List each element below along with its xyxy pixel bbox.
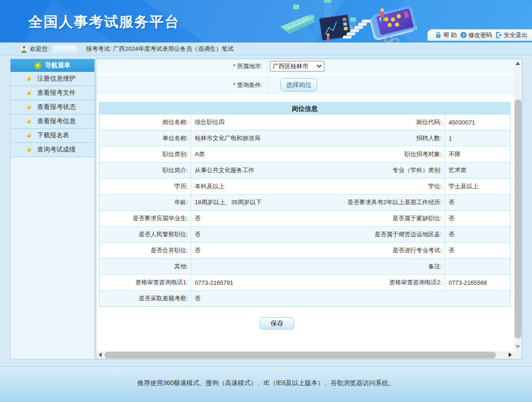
logout-button[interactable]: 安全退出 (495, 31, 527, 39)
scrollbar-corner (514, 351, 522, 359)
bullet-icon (27, 134, 31, 137)
field-value: 学士及以上 (444, 179, 510, 194)
query-field: 选择岗位 (268, 75, 514, 95)
city-select-value: 广西区桂林市 (273, 62, 308, 71)
table-row: 是否要求应届毕业生:否是否属于紧缺职位:否 (99, 211, 510, 227)
field-label: 资格审查咨询电话2: (297, 275, 444, 290)
field-label: 学位: (297, 179, 444, 194)
change-password-button[interactable]: ? 修改密码 (460, 31, 492, 39)
save-button[interactable]: 保存 (260, 317, 294, 330)
field-label: 单位名称: (99, 130, 191, 146)
sidebar-item-label: 查看报考文件 (37, 89, 76, 97)
sidebar-item-label: 查看报考信息 (37, 117, 76, 125)
table-row: 资格审查咨询电话1:0773-2165791资格审查咨询电话2:0773-216… (99, 275, 510, 291)
utility-bar: 帮 助 ? 修改密码 安全退出 (428, 29, 532, 41)
select-chevron-icon (317, 65, 322, 68)
field-value: 18周岁以上、35周岁以下 (191, 195, 297, 210)
city-select[interactable]: 广西区桂林市 (270, 61, 324, 71)
select-post-button[interactable]: 选择岗位 (280, 78, 317, 92)
city-form-row: * 所属地市: 广西区桂林市 (96, 59, 514, 73)
field-value (444, 259, 510, 274)
sidebar-item-1[interactable]: 注册信息维护 (11, 72, 94, 86)
field-label: 岗位代码: (297, 114, 444, 130)
site-title: 全国人事考试服务平台 (28, 12, 180, 32)
nav-menu-header[interactable]: ▼ 导航菜单 (11, 59, 94, 72)
bullet-icon (27, 105, 31, 109)
scroll-up-arrow-icon[interactable] (516, 62, 520, 65)
table-row: 职位类别:A类职位招考对象:不限 (99, 147, 510, 163)
field-label: 学历: (99, 179, 191, 194)
city-field: 广西区桂林市 (268, 59, 514, 73)
main-content: * 所属地市: 广西区桂林市 * 查询条件: 选择岗位 岗位信息 岗位名称:综合… (96, 59, 514, 351)
field-label: 是否要求应届毕业生: (99, 211, 191, 226)
table-row: 职位简介:从事公共文化服务工作专业（学科）类别:艺术类 (99, 163, 510, 179)
user-avatar-icon (20, 45, 28, 53)
vertical-scrollbar[interactable] (514, 59, 522, 351)
horizontal-scrollbar[interactable] (96, 351, 514, 359)
field-value: 0773-2165566 (444, 275, 510, 290)
vertical-scrollbar-thumb[interactable] (515, 99, 521, 338)
field-label: 岗位名称: (99, 114, 191, 130)
welcome-bar: 欢迎您: 报考考试: 广西2024年度考试录用公务员（选调生）笔试 (0, 43, 532, 55)
field-value: 0773-2165791 (191, 275, 297, 290)
sidebar-item-label: 查询考试成绩 (37, 146, 76, 154)
sidebar-menu: 注册信息维护查看报考文件查看报考状态查看报考信息下载报名表查询考试成绩 (11, 72, 94, 157)
field-value: 否 (444, 195, 510, 210)
scroll-left-arrow-icon[interactable] (99, 353, 102, 357)
sidebar-item-4[interactable]: 查看报考信息 (11, 114, 94, 129)
field-label: 是否采取差额考察: (99, 291, 191, 306)
help-label: 帮 助 (443, 31, 457, 39)
scroll-right-arrow-icon[interactable] (509, 353, 512, 357)
nav-menu-title: 导航菜单 (45, 61, 71, 70)
table-row: 岗位名称:综合职位四岗位代码:45030071 (99, 114, 510, 130)
field-value: 综合职位四 (191, 114, 297, 130)
field-label: 是否合并职位: (99, 243, 191, 258)
sidebar-item-label: 查看报考状态 (37, 103, 76, 111)
main-panel: * 所属地市: 广西区桂林市 * 查询条件: 选择岗位 岗位信息 岗位名称:综合… (96, 59, 522, 359)
table-row: 单位名称:桂林市文化广电和旅游局招聘人数:1 (99, 130, 510, 147)
welcome-label: 欢迎您: (30, 45, 49, 53)
city-label: * 所属地市: (96, 59, 268, 73)
lock-icon (435, 32, 442, 38)
bullet-icon (27, 77, 31, 81)
bullet-icon (27, 91, 31, 95)
bullet-icon (27, 148, 31, 152)
svg-text:?: ? (462, 33, 465, 38)
table-row: 是否人民警察职位:否是否属于艰苦边远地区县:否 (99, 227, 510, 243)
job-info-table: 岗位信息 岗位名称:综合职位四岗位代码:45030071单位名称:桂林市文化广电… (99, 102, 510, 307)
header-illustration-image (280, 0, 422, 43)
help-button[interactable]: 帮 助 (435, 31, 457, 39)
table-row: 是否采取差额考察:否 (99, 291, 510, 306)
field-label: 资格审查咨询电话1: (99, 275, 191, 290)
field-value: 否 (444, 211, 510, 226)
scroll-down-arrow-icon[interactable] (516, 345, 520, 348)
page-footer: 推荐使用360极速模式、搜狗（高速模式）、IE（IE8及以上版本）、谷歌浏览器访… (0, 366, 532, 402)
logout-icon (495, 32, 502, 38)
logout-label: 安全退出 (504, 31, 527, 39)
field-value: 45030071 (444, 114, 510, 130)
horizontal-scrollbar-thumb[interactable] (104, 352, 496, 359)
change-password-label: 修改密码 (468, 31, 492, 39)
sidebar-item-6[interactable]: 查询考试成绩 (11, 143, 94, 157)
field-label: 职位招考对象: (297, 147, 444, 162)
field-value: 本科及以上 (191, 179, 297, 194)
sidebar-item-2[interactable]: 查看报考文件 (11, 86, 94, 100)
query-label: * 查询条件: (96, 75, 268, 95)
table-row: 学历:本科及以上学位:学士及以上 (99, 179, 510, 195)
sidebar-item-3[interactable]: 查看报考状态 (11, 100, 94, 114)
field-label: 是否要求具有2年以上基层工作经历: (297, 195, 444, 210)
job-info-table-title: 岗位信息 (99, 103, 510, 114)
sidebar-item-5[interactable]: 下载报名表 (11, 129, 94, 143)
page-header: 全国人事考试服务平台 (0, 0, 532, 43)
sidebar-item-label: 下载报名表 (37, 131, 69, 140)
table-row: 其他:备注: (99, 259, 510, 275)
field-label: 招聘人数: (297, 130, 444, 146)
field-label: 是否属于艰苦边远地区县: (297, 227, 444, 242)
field-label: 专业（学科）类别: (297, 163, 444, 178)
field-value: 从事公共文化服务工作 (191, 163, 297, 178)
browser-recommendation-text: 推荐使用360极速模式、搜狗（高速模式）、IE（IE8及以上版本）、谷歌浏览器访… (137, 379, 395, 386)
field-value: 否 (191, 227, 297, 242)
field-value: 否 (191, 243, 297, 258)
exam-title: 报考考试: 广西2024年度考试录用公务员（选调生）笔试 (86, 45, 234, 53)
field-label: 备注: (297, 259, 444, 274)
